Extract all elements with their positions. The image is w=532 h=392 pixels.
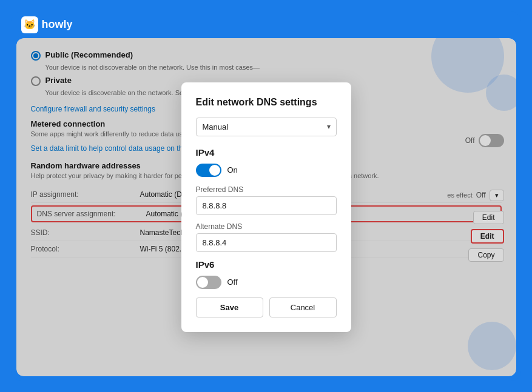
logo-icon: 🐱 — [21, 16, 38, 33]
cancel-button[interactable]: Cancel — [269, 297, 337, 317]
alternate-dns-label: Alternate DNS — [196, 222, 337, 231]
dns-type-dropdown-row: Automatic (DHCP) Manual ▾ — [196, 118, 337, 136]
ipv6-toggle[interactable] — [196, 276, 221, 289]
content-area: Public (Recommended) Your device is not … — [16, 38, 516, 376]
ipv4-heading: IPv4 — [196, 147, 337, 158]
logo-area: 🐱 howly — [21, 16, 73, 33]
save-button[interactable]: Save — [196, 297, 263, 317]
dns-type-select[interactable]: Automatic (DHCP) Manual — [196, 118, 337, 136]
dialog-overlay: Edit network DNS settings Automatic (DHC… — [16, 38, 516, 376]
logo-text: howly — [42, 18, 73, 31]
dns-edit-dialog: Edit network DNS settings Automatic (DHC… — [181, 82, 351, 332]
ipv4-toggle-row: On — [196, 164, 337, 177]
preferred-dns-label: Preferred DNS — [196, 185, 337, 194]
alternate-dns-input[interactable] — [196, 233, 337, 252]
preferred-dns-input[interactable] — [196, 196, 337, 215]
dialog-title: Edit network DNS settings — [196, 97, 337, 108]
ipv6-toggle-row: Off — [196, 276, 337, 289]
dialog-footer: Save Cancel — [196, 297, 337, 317]
ipv6-heading: IPv6 — [196, 259, 337, 270]
ipv4-toggle[interactable] — [196, 164, 221, 177]
ipv6-toggle-label: Off — [227, 277, 238, 287]
header-bar: 🐱 howly — [12, 12, 521, 38]
ipv4-toggle-label: On — [227, 165, 238, 174]
